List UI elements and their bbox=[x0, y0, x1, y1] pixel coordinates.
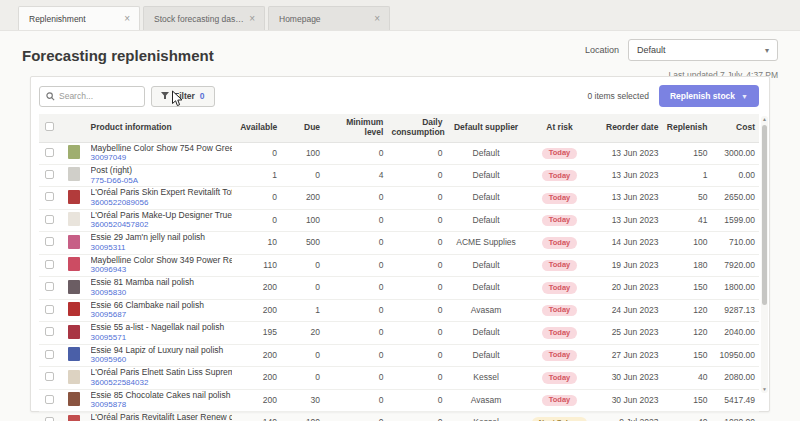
replenish-cell: 100 bbox=[662, 232, 711, 254]
reorder-date-cell: 9 Jul 2023 bbox=[593, 412, 662, 421]
row-checkbox[interactable] bbox=[45, 282, 54, 291]
reorder-date-cell: 13 Jun 2023 bbox=[593, 187, 662, 209]
at-risk-badge: Today bbox=[542, 305, 578, 316]
row-checkbox[interactable] bbox=[45, 170, 54, 179]
row-checkbox[interactable] bbox=[45, 327, 54, 336]
minimum-level-cell: 0 bbox=[324, 232, 387, 254]
product-name: Essie 66 Clambake nail polish bbox=[91, 301, 233, 311]
due-cell: 1 bbox=[281, 299, 324, 321]
vertical-scrollbar[interactable]: ▲ ▼ bbox=[761, 116, 768, 393]
tab-homepage[interactable]: Homepage × bbox=[268, 6, 390, 30]
tab-stock-forecasting-dashboard[interactable]: Stock forecasting dashboard × bbox=[143, 6, 265, 30]
due-cell: 0 bbox=[281, 367, 324, 389]
table-row: L'Oréal Paris Make-Up Designer True Ma..… bbox=[39, 209, 759, 231]
product-code-link[interactable]: 3600520457802 bbox=[91, 220, 149, 229]
row-checkbox[interactable] bbox=[45, 417, 54, 421]
filter-button[interactable]: Filter 0 bbox=[151, 86, 215, 107]
table-row: Essie 66 Clambake nail polish30095687200… bbox=[39, 299, 759, 321]
col-replenish: Replenish bbox=[662, 114, 711, 142]
product-code-link[interactable]: 3600522089056 bbox=[91, 198, 149, 207]
tab-close-icon[interactable]: × bbox=[373, 14, 381, 24]
available-cell: 200 bbox=[236, 389, 281, 411]
replenish-cell: 150 bbox=[662, 344, 711, 366]
table-row: Essie 81 Mamba nail polish30095830200000… bbox=[39, 277, 759, 299]
product-code-link[interactable]: 30096943 bbox=[91, 265, 127, 274]
at-risk-badge: Next 7 days bbox=[532, 417, 588, 421]
replenish-cell: 150 bbox=[662, 389, 711, 411]
row-checkbox[interactable] bbox=[45, 305, 54, 314]
col-cost: Cost bbox=[711, 114, 759, 142]
reorder-date-cell: 13 Jun 2023 bbox=[593, 165, 662, 187]
daily-consumption-cell: 0 bbox=[387, 299, 446, 321]
available-cell: 200 bbox=[236, 344, 281, 366]
product-code-link[interactable]: 30095571 bbox=[91, 333, 127, 342]
product-name: L'Oréal Paris Skin Expert Revitalift Tot… bbox=[91, 188, 233, 198]
minimum-level-cell: 0 bbox=[324, 344, 387, 366]
reorder-date-cell: 13 Jun 2023 bbox=[593, 142, 662, 164]
replenish-stock-button[interactable]: Replenish stock ▼ bbox=[659, 85, 759, 107]
tab-replenishment[interactable]: Replenishment × bbox=[18, 6, 140, 30]
daily-consumption-cell: 0 bbox=[387, 367, 446, 389]
minimum-level-cell: 0 bbox=[324, 277, 387, 299]
supplier-cell: Avasam bbox=[446, 389, 525, 411]
due-cell: 100 bbox=[281, 412, 324, 421]
due-cell: 30 bbox=[281, 389, 324, 411]
select-all-checkbox[interactable] bbox=[45, 122, 54, 131]
table-body: Maybelline Color Show 754 Pow Green n...… bbox=[39, 142, 759, 421]
row-checkbox[interactable] bbox=[45, 372, 54, 381]
product-name: L'Oréal Paris Revitalift Laser Renew day… bbox=[91, 413, 233, 421]
replenish-cell: 120 bbox=[662, 322, 711, 344]
product-code-link[interactable]: 30097049 bbox=[91, 153, 127, 162]
row-checkbox[interactable] bbox=[45, 260, 54, 269]
product-name: Essie 55 a-list - Nagellak nail polish bbox=[91, 323, 233, 333]
at-risk-badge: Today bbox=[542, 395, 578, 406]
table-row: Maybelline Color Show 754 Pow Green n...… bbox=[39, 142, 759, 164]
product-code-link[interactable]: 3600522584032 bbox=[91, 378, 149, 387]
scrollbar-thumb[interactable] bbox=[762, 125, 767, 305]
supplier-cell: Default bbox=[446, 165, 525, 187]
row-checkbox[interactable] bbox=[45, 215, 54, 224]
product-name: Maybelline Color Show 754 Pow Green n... bbox=[91, 144, 233, 154]
cost-cell: 1080.00 bbox=[711, 412, 759, 421]
product-thumbnail bbox=[68, 212, 80, 226]
minimum-level-cell: 0 bbox=[324, 389, 387, 411]
search-input[interactable] bbox=[59, 91, 138, 101]
product-code-link[interactable]: 775-D66-05A bbox=[91, 176, 139, 185]
product-code-link[interactable]: 30095960 bbox=[91, 355, 127, 364]
reorder-date-cell: 14 Jun 2023 bbox=[593, 232, 662, 254]
product-code-link[interactable]: 30095878 bbox=[91, 400, 127, 409]
available-cell: 1 bbox=[236, 165, 281, 187]
at-risk-badge: Today bbox=[542, 372, 578, 383]
tab-label: Stock forecasting dashboard bbox=[154, 14, 248, 24]
at-risk-badge: Today bbox=[542, 282, 578, 293]
product-name: L'Oréal Paris Make-Up Designer True Ma..… bbox=[91, 211, 233, 221]
product-thumbnail bbox=[68, 392, 80, 406]
row-checkbox[interactable] bbox=[45, 148, 54, 157]
row-checkbox[interactable] bbox=[45, 395, 54, 404]
row-checkbox[interactable] bbox=[45, 192, 54, 201]
product-code-link[interactable]: 30095687 bbox=[91, 310, 127, 319]
page-header: Forecasting replenishment Location Defau… bbox=[0, 31, 800, 80]
replenishment-card: Filter 0 0 items selected Replenish stoc… bbox=[30, 76, 770, 412]
due-cell: 0 bbox=[281, 165, 324, 187]
tab-close-icon[interactable]: × bbox=[123, 14, 131, 24]
search-box bbox=[39, 86, 145, 107]
chevron-down-icon: ▾ bbox=[765, 46, 769, 55]
due-cell: 500 bbox=[281, 232, 324, 254]
reorder-date-cell: 13 Jun 2023 bbox=[593, 209, 662, 231]
product-code-link[interactable]: 30095830 bbox=[91, 288, 127, 297]
scroll-down-icon[interactable]: ▼ bbox=[761, 386, 768, 393]
location-select[interactable]: Default ▾ bbox=[628, 39, 778, 61]
scroll-up-icon[interactable]: ▲ bbox=[761, 116, 768, 123]
row-checkbox[interactable] bbox=[45, 350, 54, 359]
at-risk-badge: Today bbox=[542, 350, 578, 361]
table-row: Essie 29 Jam'n jelly nail polish30095311… bbox=[39, 232, 759, 254]
row-checkbox[interactable] bbox=[45, 237, 54, 246]
col-minimum-level: Minimum level bbox=[324, 114, 387, 142]
table-row: Essie 94 Lapiz of Luxury nail polish3009… bbox=[39, 344, 759, 366]
reorder-date-cell: 25 Jun 2023 bbox=[593, 322, 662, 344]
product-code-link[interactable]: 30095311 bbox=[91, 243, 126, 252]
due-cell: 20 bbox=[281, 322, 324, 344]
minimum-level-cell: 0 bbox=[324, 367, 387, 389]
tab-close-icon[interactable]: × bbox=[248, 14, 256, 24]
